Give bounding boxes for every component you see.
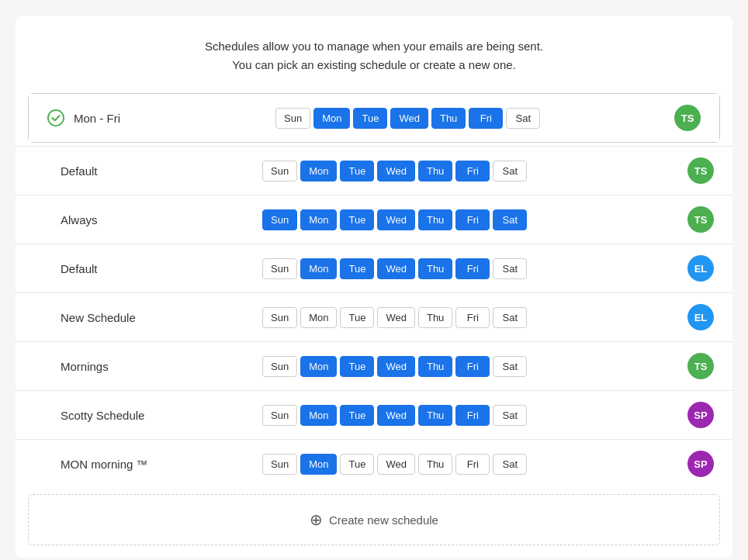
day-button-thu[interactable]: Thu xyxy=(418,356,452,377)
day-button-tue[interactable]: Tue xyxy=(340,356,374,377)
day-button-wed[interactable]: Wed xyxy=(377,209,415,230)
day-button-sat[interactable]: Sat xyxy=(493,356,527,377)
day-button-thu[interactable]: Thu xyxy=(418,307,452,328)
day-button-sun[interactable]: Sun xyxy=(262,356,297,377)
header-line2: You can pick an existing schedule or cre… xyxy=(31,56,717,74)
avatar: EL xyxy=(687,304,714,330)
day-button-tue[interactable]: Tue xyxy=(340,258,374,279)
day-button-sun[interactable]: Sun xyxy=(262,209,297,230)
schedule-name: MON morning ™ xyxy=(61,458,216,471)
day-button-fri[interactable]: Fri xyxy=(455,307,490,328)
day-button-sat[interactable]: Sat xyxy=(506,108,540,129)
day-button-fri[interactable]: Fri xyxy=(469,108,503,129)
day-button-mon[interactable]: Mon xyxy=(300,307,337,328)
day-button-wed[interactable]: Wed xyxy=(377,161,415,181)
day-button-wed[interactable]: Wed xyxy=(377,405,415,426)
days-row: SunMonTueWedThuFriSat xyxy=(262,307,675,328)
avatar: TS xyxy=(687,206,714,233)
day-button-thu[interactable]: Thu xyxy=(418,405,452,426)
day-button-mon[interactable]: Mon xyxy=(300,454,337,475)
day-button-wed[interactable]: Wed xyxy=(390,108,428,129)
day-button-mon[interactable]: Mon xyxy=(300,405,337,426)
schedule-name: Always xyxy=(61,213,216,226)
day-button-mon[interactable]: Mon xyxy=(300,258,337,279)
day-button-sun[interactable]: Sun xyxy=(275,108,310,129)
day-button-sat[interactable]: Sat xyxy=(493,405,527,426)
day-button-sat[interactable]: Sat xyxy=(493,161,527,181)
schedule-row[interactable]: New ScheduleSunMonTueWedThuFriSatEL xyxy=(16,292,732,341)
day-button-mon[interactable]: Mon xyxy=(313,108,350,129)
day-button-tue[interactable]: Tue xyxy=(340,209,374,230)
day-button-thu[interactable]: Thu xyxy=(418,209,452,230)
day-button-fri[interactable]: Fri xyxy=(455,209,490,230)
schedule-row[interactable]: DefaultSunMonTueWedThuFriSatTS xyxy=(16,146,732,195)
day-button-mon[interactable]: Mon xyxy=(300,209,337,230)
header-line1: Schedules allow you to manage when your … xyxy=(31,37,717,56)
day-button-thu[interactable]: Thu xyxy=(418,161,452,181)
schedule-name: New Schedule xyxy=(61,311,216,324)
avatar: TS xyxy=(687,157,714,184)
schedule-list: Mon - FriSunMonTueWedThuFriSatTSDefaultS… xyxy=(16,93,732,488)
days-row: SunMonTueWedThuFriSat xyxy=(262,405,675,426)
days-row: SunMonTueWedThuFriSat xyxy=(262,161,675,181)
avatar: SP xyxy=(687,402,714,428)
schedule-row[interactable]: MON morning ™SunMonTueWedThuFriSatSP xyxy=(16,439,732,488)
day-button-fri[interactable]: Fri xyxy=(455,454,490,475)
create-schedule-button[interactable]: ⊕ Create new schedule xyxy=(28,494,720,545)
day-button-sat[interactable]: Sat xyxy=(493,454,527,475)
days-row: SunMonTueWedThuFriSat xyxy=(262,356,675,377)
day-button-mon[interactable]: Mon xyxy=(300,356,337,377)
day-button-sat[interactable]: Sat xyxy=(493,209,527,230)
schedule-row[interactable]: Mon - FriSunMonTueWedThuFriSatTS xyxy=(29,94,719,142)
days-row: SunMonTueWedThuFriSat xyxy=(275,108,662,129)
day-button-tue[interactable]: Tue xyxy=(340,405,374,426)
days-row: SunMonTueWedThuFriSat xyxy=(262,454,675,475)
schedule-row[interactable]: MorningsSunMonTueWedThuFriSatTS xyxy=(16,341,732,390)
day-button-sun[interactable]: Sun xyxy=(262,258,297,279)
day-button-tue[interactable]: Tue xyxy=(340,161,374,181)
day-button-sun[interactable]: Sun xyxy=(262,161,297,181)
day-button-wed[interactable]: Wed xyxy=(377,307,415,328)
day-button-mon[interactable]: Mon xyxy=(300,161,337,181)
header-section: Schedules allow you to manage when your … xyxy=(16,16,732,90)
avatar: TS xyxy=(687,353,714,379)
schedule-name: Default xyxy=(61,262,216,275)
day-button-thu[interactable]: Thu xyxy=(431,108,466,129)
day-button-sun[interactable]: Sun xyxy=(262,307,297,328)
days-row: SunMonTueWedThuFriSat xyxy=(262,209,675,230)
schedule-name: Mon - Fri xyxy=(74,112,229,125)
day-button-sat[interactable]: Sat xyxy=(493,258,527,279)
days-row: SunMonTueWedThuFriSat xyxy=(262,258,675,279)
avatar: EL xyxy=(687,255,714,282)
plus-circle-icon: ⊕ xyxy=(310,510,323,529)
day-button-thu[interactable]: Thu xyxy=(418,454,452,475)
day-button-tue[interactable]: Tue xyxy=(340,307,374,328)
create-schedule-label: Create new schedule xyxy=(329,513,438,527)
day-button-sun[interactable]: Sun xyxy=(262,454,297,475)
day-button-fri[interactable]: Fri xyxy=(455,161,490,181)
schedule-row[interactable]: AlwaysSunMonTueWedThuFriSatTS xyxy=(16,195,732,244)
main-container: Schedules allow you to manage when your … xyxy=(16,16,732,558)
day-button-thu[interactable]: Thu xyxy=(418,258,452,279)
day-button-sat[interactable]: Sat xyxy=(493,307,527,328)
schedule-name: Scotty Schedule xyxy=(61,409,216,422)
svg-point-0 xyxy=(48,110,64,126)
day-button-fri[interactable]: Fri xyxy=(455,258,490,279)
day-button-wed[interactable]: Wed xyxy=(377,454,415,475)
check-icon xyxy=(47,109,64,126)
schedule-row[interactable]: DefaultSunMonTueWedThuFriSatEL xyxy=(16,244,732,292)
day-button-tue[interactable]: Tue xyxy=(340,454,374,475)
schedule-row[interactable]: Scotty ScheduleSunMonTueWedThuFriSatSP xyxy=(16,390,732,439)
avatar: TS xyxy=(674,105,701,131)
day-button-wed[interactable]: Wed xyxy=(377,258,415,279)
day-button-fri[interactable]: Fri xyxy=(455,356,490,377)
day-button-tue[interactable]: Tue xyxy=(353,108,387,129)
day-button-fri[interactable]: Fri xyxy=(455,405,490,426)
avatar: SP xyxy=(687,451,714,477)
schedule-name: Default xyxy=(61,164,216,178)
selected-row-wrapper: Mon - FriSunMonTueWedThuFriSatTS xyxy=(28,93,720,143)
schedule-name: Mornings xyxy=(61,360,216,373)
day-button-sun[interactable]: Sun xyxy=(262,405,297,426)
day-button-wed[interactable]: Wed xyxy=(377,356,415,377)
